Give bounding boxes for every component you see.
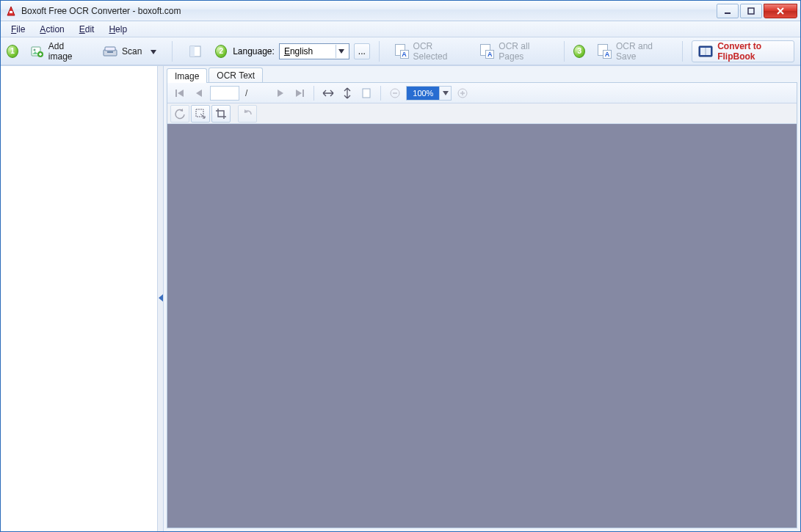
convert-to-flipbook-button[interactable]: Convert to FlipBook: [692, 40, 794, 62]
toolbar-separator: [564, 41, 565, 62]
add-image-label: Add image: [48, 41, 84, 62]
fit-width-button[interactable]: [320, 85, 336, 101]
page-slash: /: [242, 88, 252, 98]
minimize-button[interactable]: [717, 4, 739, 18]
menu-file[interactable]: File: [4, 23, 32, 36]
svg-rect-2: [748, 8, 754, 14]
ocr-all-label: OCR all Pages: [499, 41, 548, 62]
ellipsis-label: ...: [358, 46, 366, 57]
window-controls: [715, 4, 797, 18]
tab-image-label: Image: [175, 71, 199, 81]
convert-flipbook-label: Convert to FlipBook: [717, 41, 788, 62]
flipbook-icon: [698, 44, 713, 59]
svg-rect-0: [10, 11, 12, 13]
right-pane: Image OCR Text /: [164, 66, 800, 531]
ocr-selected-icon: A: [395, 44, 409, 59]
main-toolbar: 1 Add image Scan: [1, 37, 800, 65]
image-canvas[interactable]: [167, 124, 797, 528]
tab-ocr-text[interactable]: OCR Text: [209, 68, 263, 82]
language-more-button[interactable]: ...: [354, 43, 370, 59]
first-page-button[interactable]: [172, 85, 188, 101]
scan-dropdown-caret: [151, 46, 156, 57]
last-page-button[interactable]: [291, 85, 308, 101]
rotate-ccw-button[interactable]: [170, 105, 189, 123]
language-group: Language: English ...: [233, 43, 370, 59]
svg-rect-7: [105, 47, 115, 51]
nav-separator: [380, 86, 381, 101]
step2-badge: 2: [215, 45, 227, 58]
add-image-button[interactable]: Add image: [24, 41, 90, 62]
ocr-save-label: OCR and Save: [616, 41, 667, 62]
content-area: Image OCR Text /: [1, 65, 800, 531]
undo-button[interactable]: [238, 105, 257, 123]
zoom-out-button[interactable]: [387, 85, 403, 101]
fit-height-button[interactable]: [339, 85, 355, 101]
toolbar-separator: [682, 41, 683, 62]
tab-panel: /: [167, 82, 797, 528]
page-navbar: /: [167, 83, 797, 103]
zoom-in-button[interactable]: [454, 85, 471, 101]
fit-page-button[interactable]: [358, 85, 374, 101]
zoom-select[interactable]: 100%: [406, 86, 452, 101]
thumbnail-list[interactable]: [1, 66, 158, 531]
select-tool-button[interactable]: [191, 105, 210, 123]
add-image-icon: [31, 44, 44, 59]
menubar: File Action Edit Help: [1, 21, 800, 37]
toolbar-separator: [172, 41, 173, 62]
image-tools-row: [167, 103, 797, 124]
crop-button[interactable]: [211, 105, 231, 123]
chevron-down-icon: [336, 45, 347, 58]
maximize-button[interactable]: [740, 4, 762, 18]
ocr-save-icon: A: [598, 44, 612, 59]
language-select[interactable]: English: [279, 43, 349, 59]
next-page-button[interactable]: [272, 85, 289, 101]
ocr-all-pages-button[interactable]: A OCR all Pages: [474, 41, 555, 62]
ocr-all-icon: A: [480, 44, 494, 59]
svg-rect-1: [725, 12, 731, 14]
step1-badge: 1: [7, 45, 18, 58]
language-label: Language:: [233, 46, 275, 57]
scan-button[interactable]: Scan: [96, 41, 163, 62]
tab-image[interactable]: Image: [167, 68, 207, 83]
ocr-selected-label: OCR Selected: [413, 41, 462, 62]
window-title: Boxoft Free OCR Converter - boxoft.com: [21, 6, 181, 16]
select-region-icon: [188, 44, 203, 59]
tab-ocr-text-label: OCR Text: [217, 70, 255, 81]
app-window: Boxoft Free OCR Converter - boxoft.com F…: [0, 0, 801, 532]
zoom-value: 100%: [407, 87, 439, 100]
close-button[interactable]: [764, 4, 797, 18]
svg-rect-14: [302, 90, 304, 97]
svg-rect-10: [190, 46, 195, 57]
svg-rect-13: [175, 90, 177, 97]
svg-point-4: [33, 48, 35, 51]
scanner-icon: [103, 44, 117, 59]
chevron-down-icon: [439, 87, 451, 100]
menu-action[interactable]: Action: [32, 23, 71, 36]
splitter-handle[interactable]: [158, 66, 164, 531]
menu-help[interactable]: Help: [101, 23, 134, 36]
ocr-and-save-button[interactable]: A OCR and Save: [591, 41, 673, 62]
scan-label: Scan: [122, 46, 142, 57]
toolbar-separator: [379, 41, 380, 62]
svg-rect-8: [107, 51, 113, 53]
page-number-input[interactable]: [210, 86, 239, 101]
select-region-button[interactable]: [181, 41, 209, 62]
prev-page-button[interactable]: [191, 85, 207, 101]
chevron-left-icon: [159, 294, 163, 304]
svg-rect-15: [363, 89, 370, 98]
ocr-selected-button[interactable]: A OCR Selected: [388, 41, 468, 62]
titlebar: Boxoft Free OCR Converter - boxoft.com: [1, 1, 800, 21]
nav-separator: [313, 86, 314, 101]
menu-edit[interactable]: Edit: [72, 23, 102, 36]
step3-badge: 3: [573, 45, 585, 58]
tabs: Image OCR Text: [164, 66, 800, 82]
app-icon: [5, 5, 17, 17]
